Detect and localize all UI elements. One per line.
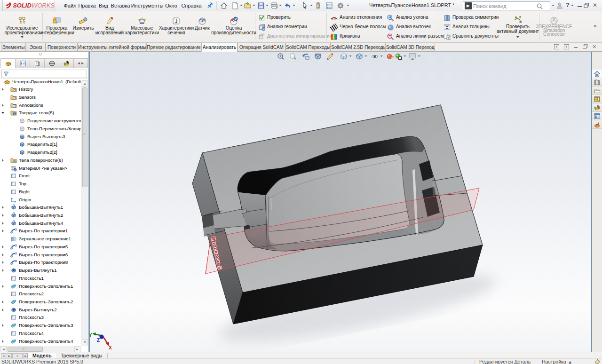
svg-text:Z: Z [97, 338, 100, 343]
svg-text:Y: Y [89, 332, 92, 338]
svg-text:X: X [109, 345, 112, 350]
svg-text:A: A [14, 104, 16, 107]
